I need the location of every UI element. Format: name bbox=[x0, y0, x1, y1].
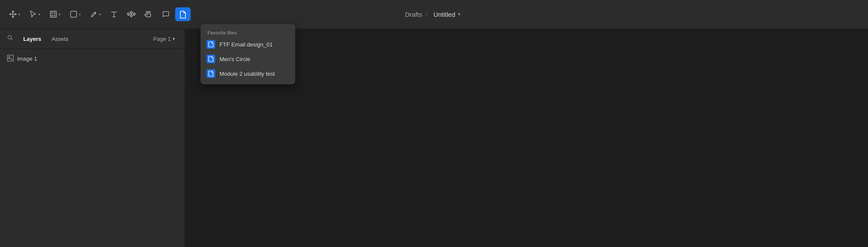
title-button[interactable]: Untitled ▾ bbox=[431, 9, 463, 20]
move-tool-chevron: ▾ bbox=[18, 12, 20, 17]
drafts-label[interactable]: Drafts bbox=[405, 11, 422, 18]
comment-icon bbox=[161, 10, 170, 19]
hand-icon bbox=[144, 10, 153, 19]
file-icon bbox=[179, 10, 187, 19]
pen-icon bbox=[90, 10, 98, 19]
page-chevron-icon: ▾ bbox=[173, 36, 175, 42]
breadcrumb-separator: / bbox=[426, 11, 427, 18]
frame-icon bbox=[49, 10, 58, 19]
dropdown-item-label: Module 2 usability test bbox=[219, 71, 275, 77]
component-icon bbox=[127, 10, 136, 19]
comment-tool[interactable] bbox=[158, 7, 173, 21]
breadcrumb: Drafts / Untitled ▾ bbox=[405, 9, 463, 20]
layer-list: image 1 bbox=[0, 49, 185, 68]
tab-assets[interactable]: Assets bbox=[47, 34, 73, 44]
layer-item[interactable]: image 1 bbox=[0, 52, 185, 65]
svg-point-7 bbox=[8, 36, 12, 39]
tab-layers[interactable]: Layers bbox=[19, 34, 46, 44]
page-selector[interactable]: Page 1 ▾ bbox=[151, 34, 178, 43]
file-icon-module bbox=[207, 69, 215, 78]
select-tool-chevron: ▾ bbox=[38, 12, 40, 17]
pen-tool[interactable]: ▾ bbox=[86, 7, 105, 21]
toolbar: ▾ ▾ ▾ ▾ bbox=[0, 0, 868, 29]
svg-point-9 bbox=[9, 56, 10, 58]
file-icon-ftf bbox=[207, 40, 215, 49]
dropdown-item-ftf-email[interactable]: FTF Email design_01 bbox=[201, 37, 295, 52]
shape-tool[interactable]: ▾ bbox=[66, 7, 84, 21]
dropdown-item-module[interactable]: Module 2 usability test bbox=[201, 66, 295, 81]
dropdown-item-label: Men's Circle bbox=[219, 56, 250, 62]
sidebar-tabs: Layers Assets Page 1 ▾ bbox=[0, 29, 185, 49]
dropdown-section-title: Favorite files bbox=[201, 28, 295, 37]
search-icon[interactable] bbox=[7, 34, 14, 43]
image-layer-icon bbox=[7, 55, 14, 63]
pen-tool-chevron: ▾ bbox=[99, 12, 101, 17]
text-icon bbox=[110, 10, 118, 19]
dropdown-item-mens-circle[interactable]: Men's Circle bbox=[201, 52, 295, 66]
title-chevron-icon: ▾ bbox=[458, 11, 460, 17]
file-tool[interactable] bbox=[175, 7, 191, 21]
hand-tool[interactable] bbox=[141, 7, 156, 21]
main-layout: Layers Assets Page 1 ▾ image 1 bbox=[0, 29, 868, 247]
move-icon bbox=[9, 10, 17, 19]
layer-label: image 1 bbox=[17, 56, 37, 62]
component-tool[interactable] bbox=[124, 7, 139, 21]
shape-tool-chevron: ▾ bbox=[79, 12, 81, 17]
frame-tool-chevron: ▾ bbox=[59, 12, 61, 17]
sidebar: Layers Assets Page 1 ▾ image 1 bbox=[0, 29, 185, 247]
toolbar-tools: ▾ ▾ ▾ ▾ bbox=[0, 7, 196, 21]
svg-point-2 bbox=[95, 12, 96, 14]
document-title: Untitled bbox=[433, 11, 455, 18]
select-tool[interactable]: ▾ bbox=[25, 7, 44, 21]
favorite-files-dropdown: Favorite files FTF Email design_01 Men's… bbox=[201, 24, 295, 84]
dropdown-item-label: FTF Email design_01 bbox=[219, 41, 273, 48]
frame-tool[interactable]: ▾ bbox=[46, 7, 64, 21]
shape-icon bbox=[69, 10, 78, 19]
select-icon bbox=[29, 10, 37, 19]
text-tool[interactable] bbox=[106, 7, 122, 21]
svg-rect-0 bbox=[50, 11, 56, 17]
file-icon-mens bbox=[207, 55, 215, 63]
move-tool[interactable]: ▾ bbox=[5, 7, 24, 21]
svg-rect-1 bbox=[71, 11, 77, 17]
page-label: Page 1 bbox=[153, 36, 171, 42]
